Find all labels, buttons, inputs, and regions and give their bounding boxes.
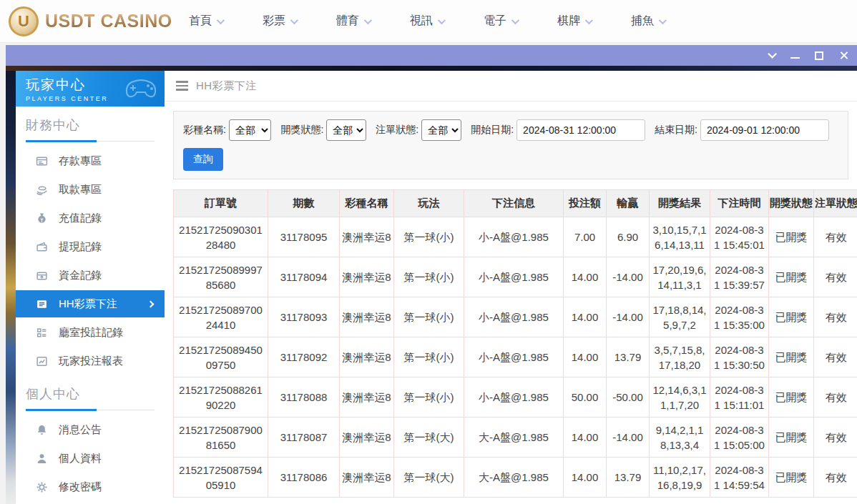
sidebar-item-label: 充值記錄 bbox=[59, 212, 102, 225]
cell-bet-amount: 14.00 bbox=[564, 337, 607, 377]
cell-order-number: 2152172508999785680 bbox=[174, 257, 268, 297]
chevron-down-icon bbox=[364, 16, 372, 24]
cell-bet-amount: 14.00 bbox=[564, 257, 607, 297]
cell-draw-result: 3,10,15,7,16,14,13,11 bbox=[650, 217, 710, 257]
cell-draw-status: 已開獎 bbox=[769, 257, 814, 297]
nav-item-cards[interactable]: 棋牌 bbox=[557, 14, 591, 29]
nav-item-fishing[interactable]: 捕魚 bbox=[631, 14, 665, 29]
chevron-down-icon bbox=[659, 16, 667, 24]
site-nav: U USDT CASINO 首頁 彩票 體育 視訊 電子 棋牌 捕魚 bbox=[0, 0, 857, 43]
chevron-down-icon bbox=[511, 16, 519, 24]
section-divider bbox=[26, 140, 155, 142]
cell-bet-amount: 14.00 bbox=[564, 458, 607, 498]
cell-bet-info: 小-A盤@1.985 bbox=[464, 257, 564, 297]
menu-toggle-icon[interactable] bbox=[176, 81, 188, 91]
minimize-button[interactable] bbox=[790, 51, 800, 61]
draw-status-select[interactable]: 全部 bbox=[326, 119, 366, 141]
cell-order-number: 2152172508826190220 bbox=[174, 377, 268, 417]
chevron-down-icon bbox=[290, 16, 298, 24]
close-icon bbox=[839, 51, 848, 60]
start-date-label: 開始日期: bbox=[471, 124, 514, 137]
cell-bet-status: 有效 bbox=[814, 417, 857, 458]
minimize-icon bbox=[790, 57, 800, 59]
cell-bet-time: 2024-08-31 15:11:01 bbox=[710, 377, 769, 417]
search-button[interactable]: 查詢 bbox=[183, 148, 223, 171]
nav-item-live[interactable]: 視訊 bbox=[410, 14, 444, 29]
brand-logo[interactable]: U USDT CASINO bbox=[0, 6, 179, 36]
cell-bet-amount: 14.00 bbox=[564, 417, 607, 458]
bet-status-select[interactable]: 全部 bbox=[421, 119, 461, 141]
start-date-input[interactable] bbox=[516, 119, 645, 141]
page-header: HH彩票下注 bbox=[165, 71, 857, 102]
table-row: 2152172508999785680 31178094 澳洲幸运8 第一球(小… bbox=[174, 257, 857, 297]
chevron-down-icon bbox=[768, 49, 777, 59]
column-header: 期數 bbox=[268, 190, 340, 217]
end-date-input[interactable] bbox=[700, 119, 829, 141]
nav-item-home[interactable]: 首頁 bbox=[189, 14, 222, 29]
nav-item-sports[interactable]: 體育 bbox=[336, 14, 370, 29]
gamepad-icon bbox=[124, 76, 157, 99]
cell-play-type: 第一球(大) bbox=[394, 458, 464, 498]
cell-bet-info: 小-A盤@1.985 bbox=[464, 337, 564, 377]
cell-period: 31178087 bbox=[268, 417, 340, 458]
nav-item-slots[interactable]: 電子 bbox=[484, 14, 517, 29]
table-row: 2152172509030128480 31178095 澳洲幸运8 第一球(小… bbox=[174, 217, 857, 257]
withdraw-icon bbox=[36, 184, 48, 196]
cell-bet-status: 有效 bbox=[814, 337, 857, 377]
sidebar-item-player-report[interactable]: 玩家投注報表 bbox=[16, 347, 165, 375]
cell-bet-info: 大-A盤@1.985 bbox=[464, 458, 564, 498]
cell-order-number: 2152172508790081650 bbox=[174, 417, 268, 458]
nav-item-lottery[interactable]: 彩票 bbox=[263, 14, 296, 29]
column-header: 輸贏 bbox=[607, 190, 650, 217]
maximize-button[interactable] bbox=[814, 51, 824, 61]
sidebar-item-hh-lottery-bets[interactable]: HH彩票下注 bbox=[16, 290, 165, 317]
cell-draw-status: 已開獎 bbox=[769, 217, 814, 257]
table-row: 2152172508970024410 31178093 澳洲幸运8 第一球(小… bbox=[174, 297, 857, 337]
cell-win-loss: -50.00 bbox=[607, 377, 650, 417]
cell-lottery-name: 澳洲幸运8 bbox=[340, 417, 394, 458]
sidebar-item-profile[interactable]: 個人資料 bbox=[16, 444, 165, 473]
sidebar-item-announcements[interactable]: 消息公告 bbox=[16, 415, 165, 444]
cell-bet-time: 2024-08-31 15:05:00 bbox=[710, 417, 769, 458]
cell-play-type: 第一球(大) bbox=[394, 417, 464, 458]
cell-win-loss: -14.00 bbox=[607, 257, 650, 297]
cell-bet-time: 2024-08-31 15:39:57 bbox=[710, 257, 769, 297]
column-header: 注單狀態 bbox=[814, 190, 857, 217]
cell-draw-status: 已開獎 bbox=[769, 377, 814, 417]
sidebar-items-personal: 消息公告 個人資料 修改密碼 bbox=[16, 411, 165, 501]
cell-draw-result: 3,5,7,15,8,17,18,20 bbox=[650, 337, 710, 377]
nav-item-label: 捕魚 bbox=[631, 14, 654, 29]
cell-lottery-name: 澳洲幸运8 bbox=[340, 297, 394, 337]
cell-play-type: 第一球(小) bbox=[394, 377, 464, 417]
cell-win-loss: 13.79 bbox=[607, 458, 650, 498]
chevron-down-icon bbox=[585, 16, 593, 24]
sidebar-item-deposit[interactable]: 存款專區 bbox=[16, 147, 165, 175]
brand-logo-icon: U bbox=[9, 6, 39, 36]
sidebar-section-personal: 個人中心 bbox=[16, 375, 165, 411]
cell-play-type: 第一球(小) bbox=[394, 217, 464, 257]
cell-period: 31178088 bbox=[268, 377, 340, 417]
sidebar-item-funds-record[interactable]: 資金記錄 bbox=[16, 261, 165, 290]
sidebar-item-label: 個人資料 bbox=[59, 452, 102, 465]
close-button[interactable] bbox=[838, 51, 848, 61]
sidebar: 玩家中心 PLAYERS CENTER 財務中心 存款專區 bbox=[16, 71, 165, 504]
sidebar-item-label: 廳室投註記錄 bbox=[59, 326, 123, 340]
lottery-name-select[interactable]: 全部 bbox=[229, 119, 272, 141]
collapse-button[interactable] bbox=[765, 51, 775, 61]
background-art-top bbox=[6, 66, 857, 71]
deposit-icon bbox=[36, 155, 48, 167]
sidebar-item-recharge-record[interactable]: 充值記錄 bbox=[16, 204, 165, 232]
sidebar-item-label: 資金記錄 bbox=[59, 269, 102, 282]
cell-period: 31178094 bbox=[268, 257, 340, 297]
cell-bet-time: 2024-08-31 15:35:00 bbox=[710, 297, 769, 337]
sidebar-item-withdraw[interactable]: 取款專區 bbox=[16, 175, 165, 204]
chevron-down-icon bbox=[438, 16, 446, 24]
window-titlebar bbox=[6, 45, 857, 66]
cell-draw-status: 已開獎 bbox=[769, 297, 814, 337]
cell-lottery-name: 澳洲幸运8 bbox=[340, 377, 394, 417]
sidebar-item-withdraw-record[interactable]: 提現記錄 bbox=[16, 232, 165, 261]
nav-item-label: 彩票 bbox=[263, 14, 285, 29]
cell-bet-amount: 14.00 bbox=[564, 297, 607, 337]
sidebar-item-hall-bet-record[interactable]: 廳室投註記錄 bbox=[16, 318, 165, 347]
sidebar-item-change-password[interactable]: 修改密碼 bbox=[16, 473, 165, 501]
